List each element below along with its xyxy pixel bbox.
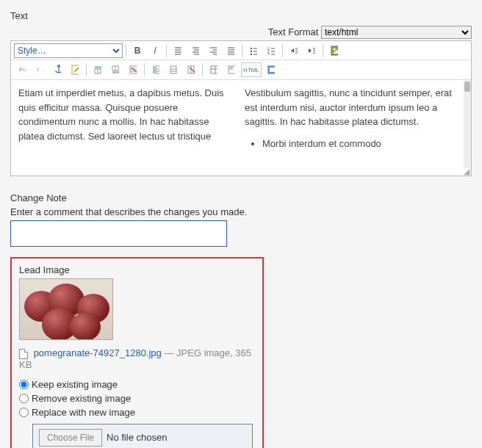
outdent-button[interactable] (286, 43, 302, 58)
svg-rect-56 (170, 66, 176, 73)
svg-rect-70 (270, 68, 275, 72)
svg-marker-32 (309, 48, 312, 53)
text-format-select[interactable]: text/html (321, 26, 472, 39)
keep-image-label: Keep existing image (32, 379, 118, 390)
svg-point-18 (251, 51, 252, 52)
keep-image-radio[interactable] (19, 380, 29, 389)
lead-image-filename-link[interactable]: pomegranate-74927_1280.jpg (34, 347, 162, 358)
align-left-button[interactable] (170, 43, 186, 58)
svg-rect-64 (211, 66, 217, 73)
file-picker: Choose File No file chosen (32, 424, 253, 448)
style-table-button[interactable] (206, 62, 222, 77)
change-note-label: Change Note (10, 192, 472, 203)
lead-image-thumbnail (19, 278, 113, 340)
toolbar-separator (242, 44, 242, 57)
svg-rect-47 (112, 71, 119, 73)
edit-button[interactable] (67, 62, 83, 77)
style-cell-button[interactable] (223, 62, 240, 77)
replace-image-label: Replace with new image (32, 407, 135, 418)
toolbar-separator (86, 63, 87, 76)
replace-image-option[interactable]: Replace with new image (19, 407, 255, 418)
rich-text-editor: Style… B I 123 (10, 40, 472, 176)
scrollbar-thumb[interactable] (464, 82, 470, 92)
svg-point-20 (251, 54, 252, 55)
toolbar-separator (202, 63, 203, 76)
align-center-button[interactable] (187, 43, 204, 58)
toolbar-separator (282, 44, 283, 57)
link-button[interactable] (14, 62, 30, 77)
editor-scrollbar[interactable] (464, 80, 471, 168)
toolbar-separator (126, 44, 126, 57)
editor-toolbar-row1: Style… B I 123 (11, 41, 471, 60)
toolbar-separator (144, 63, 145, 76)
unlink-button[interactable] (32, 62, 48, 77)
table-row-before-button[interactable] (90, 62, 106, 77)
svg-rect-43 (95, 66, 101, 68)
editor-toolbar-row2: HTML (11, 60, 471, 80)
editor-content-area[interactable]: Etiam ut imperdiet metus, a dapibus metu… (11, 80, 471, 168)
svg-marker-28 (291, 48, 294, 53)
toolbar-separator (166, 44, 167, 57)
editor-list-item: Morbi interdum et commodo (262, 137, 456, 151)
bullet-list-button[interactable] (245, 43, 262, 58)
remove-image-option[interactable]: Remove existing image (19, 393, 255, 404)
svg-rect-52 (156, 66, 159, 73)
numbered-list-button[interactable]: 123 (263, 43, 279, 58)
text-field-label: Text (10, 10, 472, 21)
editor-paragraph: Vestibulum sagittis, nunc a tincidunt se… (245, 87, 452, 127)
text-format-label: Text Format (268, 26, 319, 37)
table-row-after-button[interactable] (107, 62, 123, 77)
svg-rect-55 (153, 66, 155, 73)
lead-image-options: Keep existing image Remove existing imag… (19, 379, 255, 418)
italic-button[interactable]: I (147, 43, 163, 58)
change-note-help: Enter a comment that describes the chang… (10, 206, 472, 217)
svg-text:3: 3 (267, 52, 270, 55)
lead-image-label: Lead Image (19, 264, 255, 275)
anchor-button[interactable] (49, 62, 65, 77)
svg-point-37 (334, 48, 336, 51)
indent-button[interactable] (303, 43, 320, 58)
editor-column-left: Etiam ut imperdiet metus, a dapibus metu… (11, 80, 237, 168)
align-justify-button[interactable] (223, 43, 239, 58)
table-col-after-button[interactable] (165, 62, 181, 77)
choose-file-button[interactable]: Choose File (39, 429, 102, 447)
table-col-before-button[interactable] (148, 62, 164, 77)
table-row-delete-button[interactable] (125, 62, 141, 77)
svg-rect-68 (229, 66, 233, 70)
image-button[interactable] (326, 43, 342, 58)
html-button[interactable]: HTML (241, 62, 262, 77)
lead-image-section: Lead Image pomegranate-74927_1280.jpg — … (10, 257, 264, 448)
replace-image-radio[interactable] (19, 408, 29, 417)
align-right-button[interactable] (205, 43, 221, 58)
table-col-delete-button[interactable] (183, 62, 199, 77)
remove-image-label: Remove existing image (32, 393, 131, 404)
editor-column-right: Vestibulum sagittis, nunc a tincidunt se… (237, 80, 464, 168)
bold-button[interactable]: B (129, 43, 145, 58)
style-dropdown[interactable]: Style… (14, 43, 123, 58)
keep-image-option[interactable]: Keep existing image (19, 379, 255, 390)
fullscreen-button[interactable] (263, 62, 279, 77)
remove-image-radio[interactable] (19, 394, 29, 403)
svg-line-51 (132, 68, 137, 73)
toolbar-separator (323, 44, 323, 57)
change-note-input[interactable] (10, 220, 227, 247)
file-icon (19, 349, 28, 359)
svg-point-16 (251, 48, 252, 49)
svg-rect-39 (72, 65, 79, 74)
resize-handle-icon[interactable]: ◢ (11, 168, 471, 176)
no-file-chosen-text: No file chosen (107, 432, 167, 443)
